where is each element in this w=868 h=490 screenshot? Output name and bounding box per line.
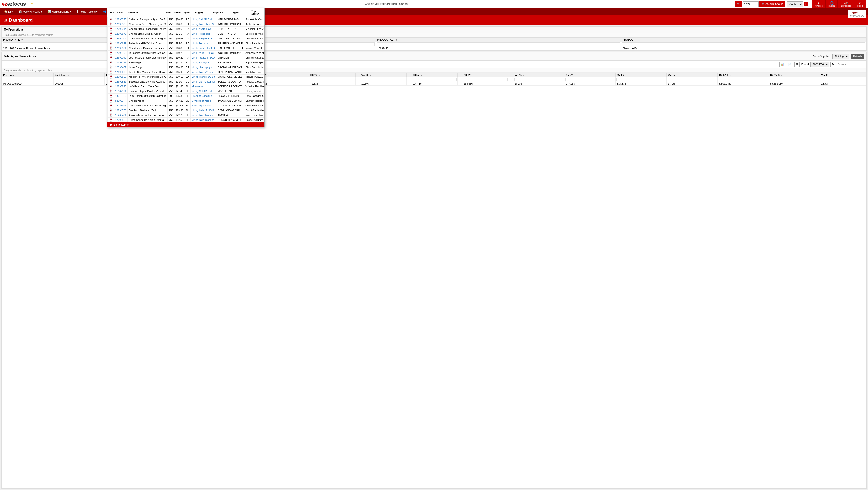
- category-link[interactable]: Vin bl Petits prix: [192, 32, 210, 35]
- refresh-button[interactable]: Refresh: [851, 54, 864, 59]
- product-code-link[interactable]: 11602921: [115, 90, 126, 93]
- favorites-button[interactable]: ★ favorites: [812, 0, 826, 8]
- category-link[interactable]: Vin rg Espagne: [192, 61, 209, 64]
- category-link[interactable]: Vin rg CH-AR Chili: [192, 90, 213, 93]
- refresh-period-button[interactable]: ↻: [830, 62, 835, 67]
- product-code-link[interactable]: 12699509: [115, 23, 126, 26]
- search-ryty-s[interactable]: [770, 78, 814, 81]
- product-code-link[interactable]: 12693828: [115, 75, 126, 78]
- product-code-link[interactable]: 12692825: [115, 119, 126, 121]
- province-select[interactable]: Quebec: [787, 1, 803, 7]
- th-last-co[interactable]: Last Co... ▼: [53, 73, 100, 77]
- category-link[interactable]: Mousseux: [192, 85, 203, 88]
- search-r3ly[interactable]: [259, 78, 303, 81]
- settings-button[interactable]: ⚙: [794, 62, 800, 67]
- th-ry-ly[interactable]: RY LY ▼: [564, 73, 611, 77]
- category-link[interactable]: S-Vodka et Alcool: [192, 99, 211, 102]
- product-code-link[interactable]: 12698872: [115, 32, 126, 35]
- account-search-button[interactable]: 🔍 Account Search: [760, 1, 785, 7]
- th-ry-ty-s[interactable]: RY TY $ ▼: [769, 73, 815, 77]
- nav-weekly-reports[interactable]: 📅 Weekly Reports ▾: [16, 9, 45, 14]
- category-link[interactable]: Vin rg Italie Vénétie: [192, 71, 214, 73]
- category-link[interactable]: S-Whisky Ecosse: [192, 104, 211, 107]
- export-excel-button[interactable]: 📊: [779, 62, 785, 67]
- search-var5[interactable]: [821, 78, 865, 81]
- logo-text: ezfocus: [7, 1, 26, 7]
- search-ryly[interactable]: [565, 78, 610, 81]
- product-code-link[interactable]: 12699031: [115, 47, 126, 50]
- product-code-link[interactable]: 12693035: [115, 71, 126, 73]
- product-code-link[interactable]: 12699103: [115, 52, 126, 54]
- category-link[interactable]: Vin rg Italie IT-SU Si: [192, 23, 214, 26]
- search-r6ty[interactable]: [463, 78, 508, 81]
- category-link[interactable]: Vin rg Italie Toscane: [192, 119, 214, 121]
- search-product[interactable]: [622, 42, 865, 46]
- category-link[interactable]: Vin rg Italie IT-NO P: [192, 109, 214, 112]
- search-ryly-s[interactable]: [719, 78, 763, 81]
- search-province[interactable]: [3, 78, 53, 81]
- product-code-link[interactable]: 12699040: [115, 56, 126, 59]
- nav-promo-reports[interactable]: $ Promo Reports ▾: [74, 9, 100, 14]
- product-code-link[interactable]: 12699197: [115, 61, 126, 64]
- logout-button[interactable]: ↩ log out: [854, 0, 866, 8]
- th-var-pct5[interactable]: Var %: [820, 73, 866, 77]
- th-r6-ly[interactable]: R6 LY ▼: [411, 73, 458, 77]
- nav-market-reports[interactable]: 📊 Market Reports ▾: [45, 9, 73, 14]
- period-search-input[interactable]: [837, 62, 864, 66]
- category-link[interactable]: Vin rg Afrique du S.: [192, 37, 214, 40]
- th-ry-ly-s[interactable]: RY LY $ ▼: [717, 73, 764, 77]
- notifications-button[interactable]: 📣 notifications: [838, 0, 854, 8]
- th-r3-ty[interactable]: R3 TY ▼: [309, 73, 355, 77]
- product-code-link[interactable]: 521963: [115, 99, 124, 102]
- category-link[interactable]: Vin rg divers pays: [192, 66, 212, 69]
- product-code-link[interactable]: 12699007: [115, 37, 126, 40]
- category-link[interactable]: Vin bl France F-SUD: [192, 47, 215, 50]
- th-product-c[interactable]: PRODUCT C... ▼: [376, 38, 621, 42]
- product-code-link[interactable]: 12699867: [115, 80, 126, 83]
- nav-lbv[interactable]: 🏠 LBV: [2, 9, 15, 14]
- product-code-link[interactable]: 14126991: [115, 104, 126, 107]
- search-r3ty[interactable]: [310, 78, 354, 81]
- category-link[interactable]: Vin rg Italie Toscane: [192, 114, 214, 117]
- search-var3[interactable]: [514, 78, 559, 81]
- th-r6-ty[interactable]: R6 TY ▼: [462, 73, 508, 77]
- product-code-link[interactable]: 12698346: [115, 18, 126, 21]
- search-ryty[interactable]: [616, 78, 661, 81]
- search-product-c[interactable]: [377, 42, 620, 46]
- english-button[interactable]: 🌐 english: [826, 0, 838, 8]
- product-code-link[interactable]: 12698451: [115, 66, 126, 69]
- product-code-link[interactable]: 12694708: [115, 109, 126, 112]
- filter-icon-product-c: ▼: [396, 39, 398, 41]
- nothing-select[interactable]: Nothing: [832, 54, 849, 59]
- export-pdf-button[interactable]: 📄: [787, 62, 793, 67]
- category-link[interactable]: Vin bl France F-SUD: [192, 56, 215, 59]
- popup-type-cell: SL: [185, 108, 190, 113]
- period-select[interactable]: 2021-P04: [810, 62, 829, 67]
- product-code-link[interactable]: 13019122: [115, 95, 126, 97]
- th-product[interactable]: PRODUCT: [621, 38, 866, 42]
- code-search-input[interactable]: [743, 1, 758, 7]
- category-link[interactable]: Vin bl divers pays: [192, 28, 211, 30]
- category-link[interactable]: Vin bl Italie IT-BL au: [192, 52, 214, 54]
- product-code-link[interactable]: 12698629: [115, 42, 126, 45]
- product-code-link[interactable]: 12698944: [115, 28, 126, 30]
- category-link[interactable]: Vin rg France BG-BJ: [192, 75, 215, 78]
- th-var-pct3[interactable]: Var % ▼: [513, 73, 560, 77]
- search-r6ly[interactable]: [412, 78, 457, 81]
- category-link[interactable]: Vin bl Petits prix: [192, 42, 210, 45]
- product-code-link[interactable]: 12693895: [115, 85, 126, 88]
- category-link[interactable]: Vin rg CH-AR Chili: [192, 18, 213, 21]
- category-link[interactable]: Vin bl ES-PO Espagr: [192, 80, 215, 83]
- th-r3-ly[interactable]: R3 LY ▼: [258, 73, 304, 77]
- search-last-co[interactable]: [55, 78, 99, 81]
- search-var4[interactable]: [668, 78, 712, 81]
- th-ry-ty[interactable]: RY TY ▼: [615, 73, 662, 77]
- th-var-pct2[interactable]: Var % ▼: [360, 73, 406, 77]
- popup-table-wrap[interactable]: 🍷 12698346 Cabernet Sauvignon Syrah De G…: [107, 17, 264, 122]
- search-var2[interactable]: [361, 78, 405, 81]
- th-var-pct4[interactable]: Var % ▼: [666, 73, 713, 77]
- th-province[interactable]: Province ▼: [2, 73, 54, 77]
- product-code-link[interactable]: 11269401: [115, 114, 126, 117]
- category-link[interactable]: Produits Cadeaux: [192, 95, 212, 97]
- code-search-button[interactable]: 🔍: [735, 1, 742, 7]
